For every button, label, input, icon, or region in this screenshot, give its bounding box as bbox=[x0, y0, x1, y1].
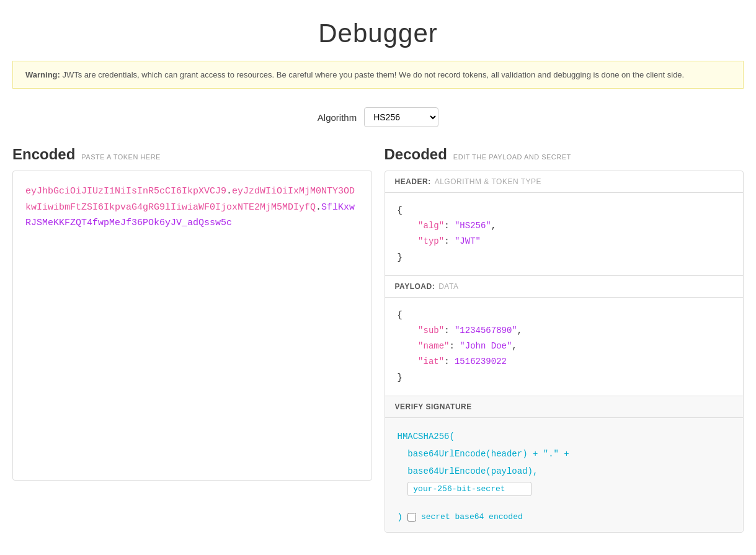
payload-iat-key: "iat" bbox=[418, 357, 444, 366]
payload-sub-value: "1234567890" bbox=[455, 326, 517, 335]
verify-section-label: VERIFY SIGNATURE bbox=[385, 396, 744, 418]
header-alg-value: "HS256" bbox=[455, 221, 491, 231]
payload-name-key: "name" bbox=[418, 341, 449, 351]
header-typ-key: "typ" bbox=[418, 236, 444, 246]
header-section-body: { "alg": "HS256", "typ": "JWT" } bbox=[385, 193, 744, 275]
token-dot1: . bbox=[226, 186, 232, 197]
encoded-subtitle: PASTE A TOKEN HERE bbox=[81, 153, 161, 161]
payload-open-brace: { bbox=[398, 310, 402, 320]
secret-input-wrapper bbox=[407, 480, 531, 497]
base64-checkbox[interactable] bbox=[407, 513, 416, 522]
encoded-title-row: Encoded PASTE A TOKEN HERE bbox=[12, 146, 372, 163]
secret-input[interactable] bbox=[407, 482, 531, 496]
payload-section: PAYLOAD:DATA { "sub": "1234567890", "nam… bbox=[385, 276, 744, 396]
decoded-sections: HEADER:ALGORITHM & TOKEN TYPE { "alg": "… bbox=[385, 171, 744, 533]
page-title: Debugger bbox=[0, 19, 756, 48]
header-section-label: HEADER:ALGORITHM & TOKEN TYPE bbox=[385, 171, 744, 193]
token-part1: eyJhbGciOiJIUzI1NiIsInR5cCI6IkpXVCJ9 bbox=[25, 186, 226, 197]
payload-name-value: "John Doe" bbox=[460, 341, 512, 351]
payload-sub-key: "sub" bbox=[418, 326, 444, 335]
payload-iat-value: 1516239022 bbox=[455, 357, 507, 366]
header-typ-value: "JWT" bbox=[455, 236, 481, 246]
decoded-title-row: Decoded EDIT THE PAYLOAD AND SECRET bbox=[385, 146, 744, 163]
header-alg-key: "alg" bbox=[418, 221, 444, 231]
main-content: Encoded PASTE A TOKEN HERE eyJhbGciOiJIU… bbox=[0, 146, 756, 533]
verify-close: ) bbox=[398, 512, 402, 522]
verify-line3: base64UrlEncode(payload), bbox=[407, 466, 538, 476]
decoded-subtitle: EDIT THE PAYLOAD AND SECRET bbox=[453, 153, 571, 161]
verify-func: HMACSHA256( bbox=[398, 432, 455, 442]
warning-banner: Warning: JWTs are credentials, which can… bbox=[12, 61, 744, 89]
base64-label: secret base64 encoded bbox=[421, 512, 523, 522]
encoded-box[interactable]: eyJhbGciOiJIUzI1NiIsInR5cCI6IkpXVCJ9.eyJ… bbox=[12, 171, 372, 481]
verify-section: VERIFY SIGNATURE HMACSHA256( base64UrlEn… bbox=[385, 396, 744, 532]
payload-close-brace: } bbox=[398, 373, 402, 383]
algorithm-row: Algorithm HS256 HS384 HS512 RS256 RS384 … bbox=[0, 101, 756, 146]
payload-section-body: { "sub": "1234567890", "name": "John Doe… bbox=[385, 298, 744, 396]
decoded-panel: Decoded EDIT THE PAYLOAD AND SECRET HEAD… bbox=[385, 146, 744, 533]
header-open-brace: { bbox=[398, 205, 402, 215]
warning-text: JWTs are credentials, which can grant ac… bbox=[60, 70, 684, 79]
verify-body: HMACSHA256( base64UrlEncode(header) + ".… bbox=[385, 418, 744, 507]
algorithm-label: Algorithm bbox=[318, 112, 357, 123]
verify-footer: ) secret base64 encoded bbox=[385, 507, 744, 532]
decoded-title: Decoded bbox=[385, 146, 447, 163]
payload-section-label: PAYLOAD:DATA bbox=[385, 276, 744, 298]
encoded-title: Encoded bbox=[12, 146, 75, 163]
header-close-brace: } bbox=[398, 252, 402, 262]
token-dot2: . bbox=[316, 202, 321, 213]
warning-bold: Warning: bbox=[25, 70, 60, 79]
page-header: Debugger bbox=[0, 0, 756, 61]
header-section: HEADER:ALGORITHM & TOKEN TYPE { "alg": "… bbox=[385, 171, 744, 276]
verify-line2: base64UrlEncode(header) + "." + bbox=[407, 449, 569, 459]
encoded-panel: Encoded PASTE A TOKEN HERE eyJhbGciOiJIU… bbox=[12, 146, 372, 533]
algorithm-select[interactable]: HS256 HS384 HS512 RS256 RS384 RS512 ES25… bbox=[364, 107, 438, 127]
